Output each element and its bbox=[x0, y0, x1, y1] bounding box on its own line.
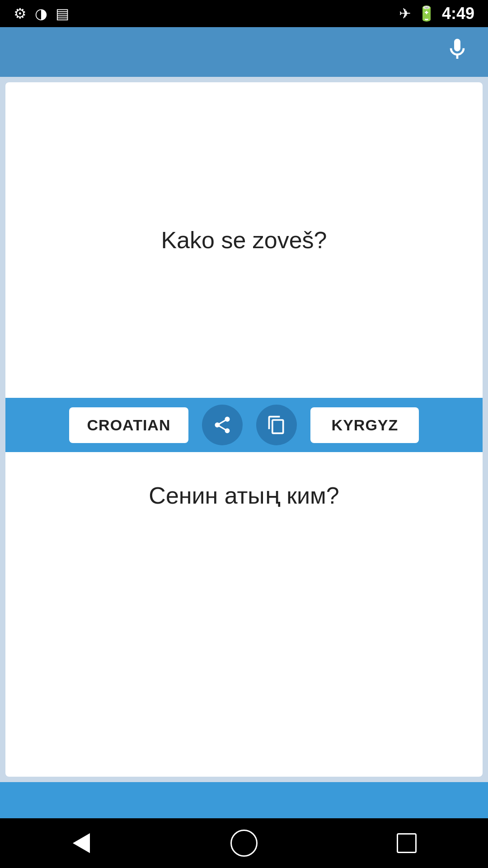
status-bar-right: 4:49 bbox=[399, 4, 474, 23]
sd-card-icon bbox=[56, 5, 69, 22]
bottom-action-bar bbox=[0, 782, 488, 818]
status-time: 4:49 bbox=[442, 4, 474, 23]
share-button[interactable] bbox=[202, 405, 243, 445]
recent-apps-icon bbox=[397, 833, 417, 853]
source-text: Kako se zoveš? bbox=[161, 224, 327, 257]
airplane-icon bbox=[399, 5, 411, 22]
source-language-button[interactable]: CROATIAN bbox=[69, 407, 189, 443]
language-bar: CROATIAN KYRGYZ bbox=[5, 398, 483, 452]
main-content: Kako se zoveš? CROATIAN KYRGYZ Сенин аты… bbox=[0, 77, 488, 782]
status-bar: 4:49 bbox=[0, 0, 488, 27]
back-icon bbox=[73, 833, 90, 853]
target-language-button[interactable]: KYRGYZ bbox=[310, 407, 419, 443]
toolbar bbox=[0, 27, 488, 77]
target-text-box: Сенин атың ким? bbox=[5, 452, 483, 777]
source-text-box: Kako se zoveš? bbox=[5, 82, 483, 398]
status-bar-left bbox=[14, 5, 69, 22]
nav-recent-button[interactable] bbox=[384, 821, 429, 866]
home-icon bbox=[230, 830, 258, 857]
battery-icon bbox=[418, 5, 436, 22]
settings-icon bbox=[14, 5, 27, 22]
nav-back-button[interactable] bbox=[59, 821, 104, 866]
nav-bar bbox=[0, 818, 488, 868]
copy-button[interactable] bbox=[256, 405, 297, 445]
circle-half-icon bbox=[35, 5, 47, 22]
nav-home-button[interactable] bbox=[221, 821, 267, 866]
microphone-button[interactable] bbox=[445, 37, 470, 68]
target-text: Сенин атың ким? bbox=[149, 479, 339, 512]
